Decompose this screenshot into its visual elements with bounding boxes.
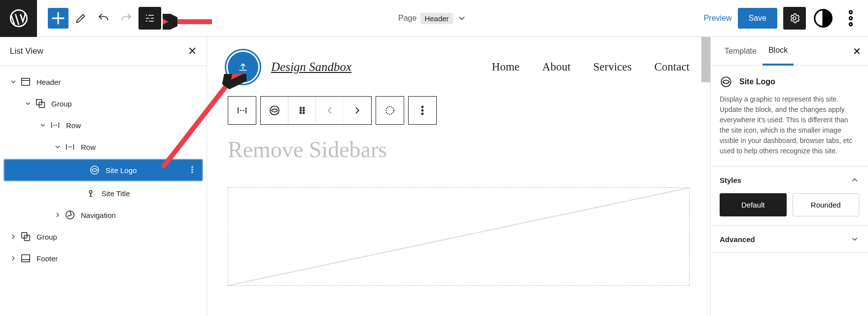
list-view-panel: List View ✕ Header Group Row: [0, 37, 207, 316]
preview-link[interactable]: Preview: [704, 14, 732, 23]
toolbar-right: Preview Save: [704, 7, 868, 30]
svg-point-12: [89, 191, 92, 194]
tree-label: Group: [51, 100, 72, 108]
svg-point-21: [303, 110, 304, 111]
dashed-circle-icon: [384, 105, 396, 116]
chevron-down-icon: [23, 100, 34, 107]
block-info-description: Display a graphic to represent this site…: [720, 94, 859, 156]
list-view-toggle-button[interactable]: [139, 7, 161, 30]
tree-item-header[interactable]: Header: [0, 71, 207, 93]
navigation-block-icon: [63, 210, 77, 220]
nav-item[interactable]: Home: [492, 61, 520, 73]
save-button[interactable]: Save: [738, 8, 777, 29]
scrollbar[interactable]: [701, 37, 710, 82]
row-block-icon: [63, 141, 77, 152]
move-left-button[interactable]: [316, 97, 344, 124]
close-list-view-button[interactable]: ✕: [188, 45, 197, 58]
row-icon: [236, 105, 248, 116]
row-block-icon: [48, 120, 62, 131]
tree-label: Header: [36, 78, 61, 86]
footer-block-icon: [19, 253, 33, 264]
template-name-badge: Header: [420, 13, 452, 24]
tree-item-footer[interactable]: Footer: [0, 247, 207, 269]
block-info-panel: Site Logo Display a graphic to represent…: [711, 66, 868, 167]
block-type-button[interactable]: [261, 97, 288, 124]
svg-point-19: [303, 107, 304, 109]
list-view-icon: [144, 12, 156, 24]
site-header-block: Design Sandbox Home About Services Conta…: [207, 37, 710, 87]
placeholder-block[interactable]: [228, 187, 690, 286]
style-buttons: Default Rounded: [720, 193, 859, 216]
chevron-down-icon: [850, 235, 859, 244]
advanced-panel-header[interactable]: Advanced: [711, 226, 868, 252]
chevron-down-icon: [37, 121, 48, 129]
style-rounded-button[interactable]: Rounded: [793, 193, 860, 216]
undo-button[interactable]: [93, 8, 114, 29]
tree-label: Site Logo: [105, 166, 137, 175]
svg-point-26: [421, 109, 423, 111]
tree-item-row[interactable]: Row: [0, 136, 207, 158]
edit-tool-button[interactable]: [70, 8, 91, 29]
svg-point-27: [421, 113, 423, 114]
tree-item-group[interactable]: Group: [0, 93, 207, 114]
panel-title: Styles: [720, 176, 741, 184]
styles-panel-header[interactable]: Styles: [711, 167, 868, 193]
tree-item-site-logo[interactable]: Site Logo: [4, 159, 203, 181]
nav-item[interactable]: About: [542, 61, 571, 73]
undo-icon: [97, 12, 110, 25]
close-sidebar-button[interactable]: ✕: [853, 45, 861, 57]
upload-icon: [237, 61, 249, 73]
more-options-button[interactable]: [840, 8, 861, 29]
chevron-down-icon: [52, 143, 63, 151]
page-title-heading[interactable]: Remove Sidebars: [228, 137, 710, 163]
block-tree: Header Group Row Row: [0, 66, 207, 274]
chevron-right-icon: [52, 211, 63, 219]
site-logo-placeholder[interactable]: [228, 52, 258, 82]
parent-block-button[interactable]: [228, 97, 256, 124]
chevron-left-icon: [324, 105, 336, 116]
crop-button[interactable]: [376, 97, 404, 124]
block-info-title: Site Logo: [739, 77, 775, 86]
move-right-button[interactable]: [344, 97, 371, 124]
more-vertical-icon[interactable]: [188, 165, 197, 176]
block-toolbar: [228, 96, 710, 125]
site-title-block-icon: [84, 188, 98, 199]
svg-point-13: [66, 211, 74, 219]
settings-button[interactable]: [783, 7, 806, 30]
sidebar-tabs: Template Block ✕: [711, 37, 868, 66]
settings-sidebar: Template Block ✕ Site Logo Display a gra…: [710, 37, 868, 316]
styles-button[interactable]: [812, 7, 834, 30]
tree-item-row[interactable]: Row: [0, 114, 207, 136]
document-title[interactable]: Page Header: [161, 13, 704, 24]
header-block-icon: [19, 76, 33, 87]
tree-item-group[interactable]: Group: [0, 226, 207, 247]
contrast-icon: [812, 7, 834, 30]
nav-item[interactable]: Contact: [654, 61, 690, 73]
site-logo-block-icon: [88, 165, 102, 176]
tree-item-navigation[interactable]: Navigation: [0, 204, 207, 226]
tree-label: Navigation: [81, 211, 116, 219]
tree-item-site-title[interactable]: Site Title: [0, 182, 207, 204]
tab-block[interactable]: Block: [763, 37, 794, 66]
chevron-down-icon[interactable]: [457, 13, 467, 23]
editor-canvas[interactable]: Design Sandbox Home About Services Conta…: [207, 37, 710, 316]
svg-point-10: [192, 169, 193, 170]
tab-template[interactable]: Template: [719, 38, 763, 65]
more-vertical-icon: [417, 105, 428, 116]
redo-icon: [120, 12, 133, 25]
chevron-up-icon: [850, 176, 859, 184]
svg-point-2: [849, 11, 852, 14]
styles-panel: Styles Default Rounded: [711, 167, 868, 226]
site-logo-icon: [720, 75, 732, 88]
list-view-title: List View: [10, 46, 43, 56]
chevron-right-icon: [8, 254, 19, 262]
block-more-options[interactable]: [409, 97, 436, 124]
chevron-down-icon: [8, 78, 19, 86]
drag-handle[interactable]: [288, 97, 316, 124]
add-block-button[interactable]: [48, 8, 69, 29]
site-title[interactable]: Design Sandbox: [271, 60, 351, 74]
wordpress-logo-button[interactable]: [0, 0, 37, 37]
nav-item[interactable]: Services: [593, 61, 632, 73]
redo-button[interactable]: [116, 8, 137, 29]
style-default-button[interactable]: Default: [720, 193, 787, 216]
